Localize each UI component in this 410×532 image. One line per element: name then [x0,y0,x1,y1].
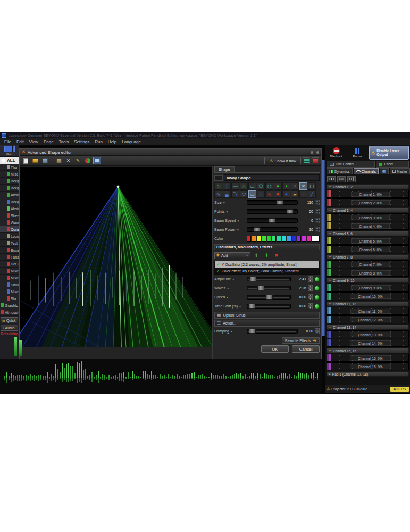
waves-slider[interactable] [247,286,291,290]
spin-buttons[interactable]: ▲▼ [308,276,313,282]
grid-view-button[interactable] [303,157,310,164]
slider-handle[interactable] [257,286,264,290]
sidebar-item-fans[interactable]: Fans [0,254,19,261]
slider-handle[interactable] [249,277,256,281]
spin-buttons[interactable]: ▲▼ [315,218,320,223]
maximize-button[interactable] [316,151,319,154]
menu-item-help[interactable]: Help [106,139,119,145]
sidebar-item-mixed[interactable]: Mixed [0,268,19,275]
shape-zigzag-icon[interactable]: ⋀ [257,190,265,198]
sidebar-item-abstr[interactable]: Abstr [0,205,19,212]
spin-buttons[interactable]: ▲▼ [315,227,320,232]
shape-red-wave-icon[interactable]: ∿ [265,190,273,198]
shape-triangle-icon[interactable]: △ [240,182,248,190]
minimize-button[interactable] [311,151,313,154]
move-down-button[interactable]: ⬇ [262,252,271,259]
shape-star-icon[interactable]: ✳ [291,182,299,190]
dmx-tool-button[interactable]: DMX [337,176,346,182]
color-swatch[interactable] [262,236,266,242]
color-swatch[interactable] [287,236,291,242]
sidebar-item-bckg[interactable]: Bckg [0,178,19,185]
shape-sine-wave-icon[interactable]: ∿ [214,190,222,198]
tools-button[interactable]: ✕ [64,157,72,164]
menu-item-language[interactable]: Language [120,139,143,145]
sidebar-item-abstr[interactable]: Abstr [0,192,19,198]
open-file-button[interactable] [31,157,39,164]
sidebar-item-bckg[interactable]: Bckg [0,185,19,192]
channel-group-header[interactable]: ▼Channel 13, 14 [327,325,409,330]
channel-group-header[interactable]: ▼Channel 1, 2 [327,184,409,189]
slider-handle[interactable] [287,209,294,214]
color-swatch[interactable] [312,236,320,242]
shape-x-cross-icon[interactable]: ✕ [299,182,307,190]
sidebar-item-graphic[interactable]: Graphic [0,302,19,309]
sidebar-item-shee[interactable]: Shee [0,212,19,219]
action-button[interactable]: ☰ Action... [214,320,320,327]
slider-handle[interactable] [266,295,273,300]
color-swatch[interactable] [247,236,251,242]
enable-toggle[interactable] [314,286,320,291]
channel-slider[interactable]: Channel 11: 0% [332,307,409,315]
color-swatch[interactable] [292,236,296,242]
sidebar-item-sta[interactable]: Sta [0,295,19,302]
spin-buttons[interactable]: ▲▼ [315,200,320,205]
shape-name-prefix-box[interactable] [214,175,223,181]
blackout-button[interactable]: Blackout [327,147,346,158]
favorite-effects-button[interactable]: Favorite Effects ➔ [282,337,320,344]
tab-master[interactable]: Master [390,168,410,174]
sidebar-item-logo[interactable]: Logo [0,233,19,240]
shape-red-ball-icon[interactable]: ✹ [274,190,282,198]
shape-vertical-line-icon[interactable]: | [223,182,231,190]
show-it-now-button[interactable]: ⚠ Show it now [264,157,301,164]
shape-rounded-rect-icon[interactable]: ▭ [248,190,256,198]
new-file-button[interactable] [22,157,30,164]
channel-group-header[interactable]: ▼Channel 15, 16 [327,348,409,353]
move-up-button[interactable]: ⬆ [252,252,261,259]
channel-group-header[interactable]: ▼Channel 3, 4 [327,207,409,213]
spin-buttons[interactable]: ▲▼ [315,209,320,214]
size-slider[interactable] [247,200,298,205]
quick-button[interactable]: ▤ Quick [1,317,18,323]
tab-effect[interactable]: Effect [376,161,409,168]
shape-spiral-icon[interactable]: ◎ [265,182,273,190]
spin-buttons[interactable]: ▲▼ [308,285,313,291]
shape-scribble-icon[interactable]: 〽 [231,190,239,198]
spin-buttons[interactable]: ▲▼ [315,328,320,334]
shape-filled-circle-icon[interactable]: ● [274,182,282,190]
channel-slider[interactable]: Channel 1: 0% [332,190,409,198]
slider-handle[interactable] [269,218,275,223]
menu-item-run[interactable]: Run [93,139,105,145]
menu-item-view[interactable]: View [27,139,40,145]
cancel-button[interactable]: Cancel [292,345,320,353]
option-sinus-button[interactable]: ▦ Option: Sinus [214,312,320,319]
sidebar-item-cones[interactable]: Cones [0,226,19,233]
menu-item-edit[interactable]: Edit [14,139,26,145]
disable-laser-output-button[interactable]: ⚠ Disable Laser Output [369,146,409,160]
channel-group-header[interactable]: ▼Channel 7, 8 [327,254,409,260]
laser-preview-canvas[interactable] [20,167,212,347]
shape-folder-shape-icon[interactable]: ▰ [291,190,299,198]
tab-dynamics[interactable]: Dynamics [327,168,353,174]
editor-titlebar[interactable]: ✕ Advanced Shape editor [20,149,321,156]
sidebar-item-show[interactable]: Show [0,281,19,288]
color-swatch[interactable] [297,236,301,242]
channel-slider[interactable]: Channel 15: 0% [332,354,409,362]
channel-slider[interactable]: Channel 10: 0% [332,292,409,300]
channel-slider[interactable]: Channel 2: 0% [332,198,409,206]
enable-toggle[interactable] [314,304,320,309]
channel-slider[interactable]: Channel 7: 0% [332,260,409,268]
shape-circle-icon[interactable]: ○ [214,182,222,190]
channel-slider[interactable]: Channel 5: 0% [332,237,409,245]
shape-bars-icon[interactable]: ▄ [223,190,231,198]
spin-buttons[interactable]: ▲▼ [308,294,313,300]
slider-handle[interactable] [277,200,283,205]
channel-slider[interactable]: Channel 6: 0% [332,245,409,253]
tab-shape[interactable]: Shape [214,166,235,172]
sidebar-item-test[interactable]: Test [0,240,19,247]
beam-power-slider[interactable] [247,227,298,232]
pause-button[interactable]: Pause [348,147,367,158]
tab-globe[interactable] [380,168,389,174]
channel-group-header[interactable]: ▼Channel 11, 12 [327,301,409,306]
menu-item-file[interactable]: File [2,139,13,145]
shape-dark-tile-icon[interactable]: ▪ [299,190,307,198]
